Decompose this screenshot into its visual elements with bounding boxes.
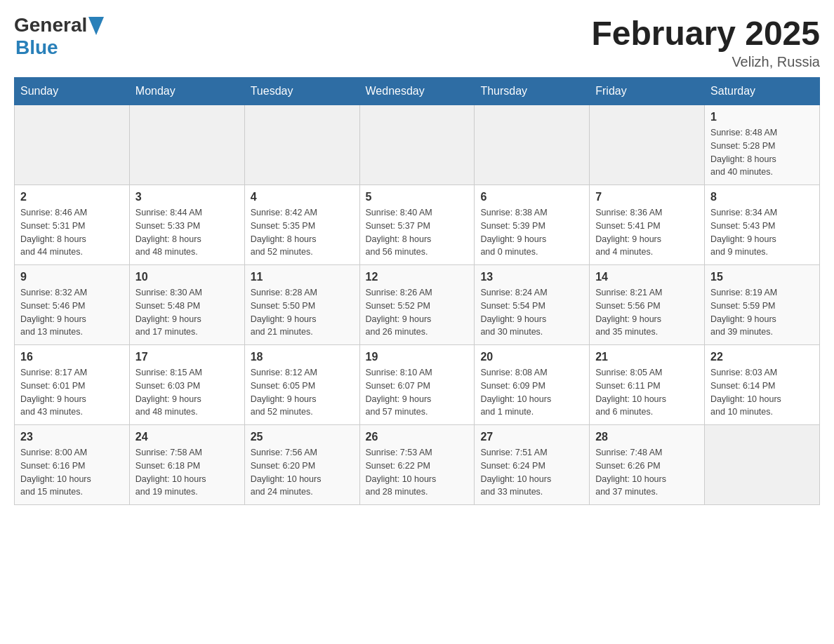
calendar-cell: 27Sunrise: 7:51 AMSunset: 6:24 PMDayligh… xyxy=(475,425,590,505)
day-info: Sunrise: 7:58 AMSunset: 6:18 PMDaylight:… xyxy=(135,446,239,499)
calendar-cell: 10Sunrise: 8:30 AMSunset: 5:48 PMDayligh… xyxy=(129,265,244,345)
calendar-cell: 28Sunrise: 7:48 AMSunset: 6:26 PMDayligh… xyxy=(590,425,705,505)
day-number: 16 xyxy=(20,351,124,363)
day-info: Sunrise: 7:51 AMSunset: 6:24 PMDaylight:… xyxy=(480,446,583,499)
calendar-week-row: 9Sunrise: 8:32 AMSunset: 5:46 PMDaylight… xyxy=(15,265,820,345)
day-info: Sunrise: 8:40 AMSunset: 5:37 PMDaylight:… xyxy=(366,206,469,259)
day-info: Sunrise: 8:34 AMSunset: 5:43 PMDaylight:… xyxy=(710,206,814,259)
day-number: 13 xyxy=(480,271,583,283)
day-info: Sunrise: 8:03 AMSunset: 6:14 PMDaylight:… xyxy=(710,366,814,419)
month-title: February 2025 xyxy=(591,14,820,53)
weekday-header: Thursday xyxy=(475,78,590,105)
calendar-cell: 5Sunrise: 8:40 AMSunset: 5:37 PMDaylight… xyxy=(359,185,475,265)
day-info: Sunrise: 8:21 AMSunset: 5:56 PMDaylight:… xyxy=(595,286,699,339)
calendar-cell: 3Sunrise: 8:44 AMSunset: 5:33 PMDaylight… xyxy=(129,185,244,265)
day-info: Sunrise: 8:36 AMSunset: 5:41 PMDaylight:… xyxy=(595,206,699,259)
day-info: Sunrise: 7:56 AMSunset: 6:20 PMDaylight:… xyxy=(251,446,354,499)
day-number: 10 xyxy=(135,271,239,283)
title-block: February 2025 Velizh, Russia xyxy=(591,14,820,70)
weekday-header: Friday xyxy=(590,78,705,105)
calendar-cell xyxy=(590,105,705,185)
calendar-cell: 21Sunrise: 8:05 AMSunset: 6:11 PMDayligh… xyxy=(590,345,705,425)
calendar-cell xyxy=(475,105,590,185)
calendar-table: SundayMondayTuesdayWednesdayThursdayFrid… xyxy=(14,77,820,505)
calendar-cell: 25Sunrise: 7:56 AMSunset: 6:20 PMDayligh… xyxy=(244,425,359,505)
day-info: Sunrise: 8:24 AMSunset: 5:54 PMDaylight:… xyxy=(480,286,583,339)
day-number: 14 xyxy=(595,271,699,283)
calendar-cell: 22Sunrise: 8:03 AMSunset: 6:14 PMDayligh… xyxy=(705,345,820,425)
calendar-week-row: 16Sunrise: 8:17 AMSunset: 6:01 PMDayligh… xyxy=(15,345,820,425)
day-number: 25 xyxy=(251,431,354,443)
day-info: Sunrise: 8:08 AMSunset: 6:09 PMDaylight:… xyxy=(480,366,583,419)
day-number: 6 xyxy=(480,191,583,203)
weekday-header: Wednesday xyxy=(359,78,475,105)
logo: General Blue xyxy=(14,14,104,59)
calendar-cell: 1Sunrise: 8:48 AMSunset: 5:28 PMDaylight… xyxy=(705,105,820,185)
calendar-cell: 9Sunrise: 8:32 AMSunset: 5:46 PMDaylight… xyxy=(15,265,130,345)
calendar-cell: 11Sunrise: 8:28 AMSunset: 5:50 PMDayligh… xyxy=(244,265,359,345)
location: Velizh, Russia xyxy=(591,54,820,70)
day-number: 5 xyxy=(366,191,469,203)
svg-marker-0 xyxy=(88,17,104,35)
day-info: Sunrise: 8:28 AMSunset: 5:50 PMDaylight:… xyxy=(251,286,354,339)
day-number: 20 xyxy=(480,351,583,363)
day-info: Sunrise: 8:10 AMSunset: 6:07 PMDaylight:… xyxy=(366,366,469,419)
logo-blue: Blue xyxy=(15,36,58,58)
calendar-cell: 4Sunrise: 8:42 AMSunset: 5:35 PMDaylight… xyxy=(244,185,359,265)
calendar-cell: 2Sunrise: 8:46 AMSunset: 5:31 PMDaylight… xyxy=(15,185,130,265)
day-info: Sunrise: 8:00 AMSunset: 6:16 PMDaylight:… xyxy=(20,446,124,499)
day-number: 24 xyxy=(135,431,239,443)
calendar-cell: 24Sunrise: 7:58 AMSunset: 6:18 PMDayligh… xyxy=(129,425,244,505)
day-info: Sunrise: 8:48 AMSunset: 5:28 PMDaylight:… xyxy=(710,126,814,179)
calendar-cell: 13Sunrise: 8:24 AMSunset: 5:54 PMDayligh… xyxy=(475,265,590,345)
calendar-week-row: 23Sunrise: 8:00 AMSunset: 6:16 PMDayligh… xyxy=(15,425,820,505)
day-number: 26 xyxy=(366,431,469,443)
day-info: Sunrise: 8:26 AMSunset: 5:52 PMDaylight:… xyxy=(366,286,469,339)
calendar-cell xyxy=(129,105,244,185)
weekday-header: Monday xyxy=(129,78,244,105)
calendar-cell: 12Sunrise: 8:26 AMSunset: 5:52 PMDayligh… xyxy=(359,265,475,345)
day-number: 3 xyxy=(135,191,239,203)
day-info: Sunrise: 8:30 AMSunset: 5:48 PMDaylight:… xyxy=(135,286,239,339)
calendar-cell: 19Sunrise: 8:10 AMSunset: 6:07 PMDayligh… xyxy=(359,345,475,425)
calendar-cell: 26Sunrise: 7:53 AMSunset: 6:22 PMDayligh… xyxy=(359,425,475,505)
day-number: 23 xyxy=(20,431,124,443)
calendar-week-row: 2Sunrise: 8:46 AMSunset: 5:31 PMDaylight… xyxy=(15,185,820,265)
day-number: 1 xyxy=(710,111,814,123)
day-number: 7 xyxy=(595,191,699,203)
day-number: 4 xyxy=(251,191,354,203)
weekday-header: Sunday xyxy=(15,78,130,105)
day-info: Sunrise: 7:48 AMSunset: 6:26 PMDaylight:… xyxy=(595,446,699,499)
calendar-cell: 15Sunrise: 8:19 AMSunset: 5:59 PMDayligh… xyxy=(705,265,820,345)
day-number: 8 xyxy=(710,191,814,203)
calendar-cell xyxy=(359,105,475,185)
day-number: 17 xyxy=(135,351,239,363)
calendar-cell: 16Sunrise: 8:17 AMSunset: 6:01 PMDayligh… xyxy=(15,345,130,425)
calendar-header-row: SundayMondayTuesdayWednesdayThursdayFrid… xyxy=(15,78,820,105)
weekday-header: Saturday xyxy=(705,78,820,105)
day-number: 27 xyxy=(480,431,583,443)
day-number: 21 xyxy=(595,351,699,363)
logo-general: General xyxy=(14,14,87,36)
calendar-cell: 7Sunrise: 8:36 AMSunset: 5:41 PMDaylight… xyxy=(590,185,705,265)
weekday-header: Tuesday xyxy=(244,78,359,105)
page-header: General Blue February 2025 Velizh, Russi… xyxy=(14,14,820,70)
day-info: Sunrise: 8:17 AMSunset: 6:01 PMDaylight:… xyxy=(20,366,124,419)
day-number: 22 xyxy=(710,351,814,363)
day-info: Sunrise: 8:15 AMSunset: 6:03 PMDaylight:… xyxy=(135,366,239,419)
day-number: 12 xyxy=(366,271,469,283)
calendar-cell: 14Sunrise: 8:21 AMSunset: 5:56 PMDayligh… xyxy=(590,265,705,345)
day-info: Sunrise: 8:05 AMSunset: 6:11 PMDaylight:… xyxy=(595,366,699,419)
day-number: 19 xyxy=(366,351,469,363)
day-number: 28 xyxy=(595,431,699,443)
day-info: Sunrise: 8:46 AMSunset: 5:31 PMDaylight:… xyxy=(20,206,124,259)
calendar-cell: 23Sunrise: 8:00 AMSunset: 6:16 PMDayligh… xyxy=(15,425,130,505)
day-number: 11 xyxy=(251,271,354,283)
calendar-cell: 20Sunrise: 8:08 AMSunset: 6:09 PMDayligh… xyxy=(475,345,590,425)
calendar-cell: 8Sunrise: 8:34 AMSunset: 5:43 PMDaylight… xyxy=(705,185,820,265)
day-number: 2 xyxy=(20,191,124,203)
calendar-cell xyxy=(15,105,130,185)
logo-triangle-icon xyxy=(88,17,104,35)
calendar-cell: 6Sunrise: 8:38 AMSunset: 5:39 PMDaylight… xyxy=(475,185,590,265)
day-number: 15 xyxy=(710,271,814,283)
